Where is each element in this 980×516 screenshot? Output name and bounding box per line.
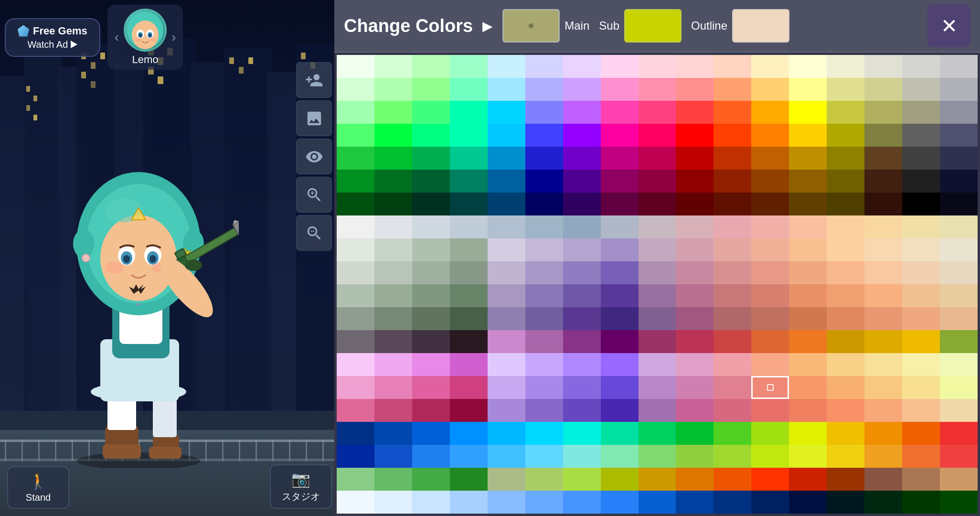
- color-cell[interactable]: [827, 284, 864, 307]
- color-cell[interactable]: [374, 491, 412, 514]
- color-cell[interactable]: [563, 78, 601, 101]
- color-cell[interactable]: [525, 170, 563, 193]
- color-cell[interactable]: [714, 284, 751, 307]
- color-cell[interactable]: [751, 170, 789, 193]
- color-cell[interactable]: [563, 238, 601, 261]
- color-cell[interactable]: [676, 261, 714, 284]
- color-cell[interactable]: [714, 78, 751, 101]
- color-cell[interactable]: [827, 147, 864, 170]
- color-cell[interactable]: [864, 353, 902, 376]
- color-cell[interactable]: [789, 238, 827, 261]
- color-cell[interactable]: [864, 170, 902, 193]
- color-cell[interactable]: [789, 55, 827, 78]
- color-cell[interactable]: [337, 238, 374, 261]
- color-cell[interactable]: [827, 491, 864, 514]
- color-cell[interactable]: [940, 238, 978, 261]
- color-cell[interactable]: [789, 193, 827, 215]
- color-cell[interactable]: [639, 422, 676, 445]
- color-cell[interactable]: [751, 124, 789, 147]
- color-cell[interactable]: [412, 124, 450, 147]
- color-cell[interactable]: [789, 261, 827, 284]
- color-cell[interactable]: [525, 330, 563, 353]
- color-cell[interactable]: [488, 101, 525, 124]
- color-cell[interactable]: [337, 55, 374, 78]
- color-cell[interactable]: [337, 78, 374, 101]
- color-cell[interactable]: [827, 238, 864, 261]
- color-cell[interactable]: [864, 261, 902, 284]
- close-button[interactable]: ✕: [927, 4, 970, 47]
- color-cell[interactable]: [563, 101, 601, 124]
- color-cell[interactable]: [374, 101, 412, 124]
- color-cell[interactable]: [864, 307, 902, 330]
- color-cell[interactable]: [639, 307, 676, 330]
- color-cell[interactable]: [789, 353, 827, 376]
- color-cell[interactable]: [488, 215, 525, 238]
- color-cell[interactable]: [714, 376, 751, 399]
- color-cell[interactable]: [488, 353, 525, 376]
- eye-button[interactable]: [296, 139, 332, 174]
- color-cell[interactable]: [864, 193, 902, 215]
- color-cell[interactable]: [751, 399, 789, 422]
- color-cell[interactable]: [374, 78, 412, 101]
- color-cell[interactable]: [525, 284, 563, 307]
- color-cell[interactable]: [902, 78, 940, 101]
- color-cell[interactable]: [450, 238, 488, 261]
- color-cell[interactable]: [601, 284, 639, 307]
- color-cell[interactable]: [412, 215, 450, 238]
- color-cell[interactable]: [337, 353, 374, 376]
- color-cell[interactable]: [827, 101, 864, 124]
- color-cell[interactable]: [374, 376, 412, 399]
- color-cell[interactable]: [864, 78, 902, 101]
- color-cell[interactable]: [902, 445, 940, 468]
- color-cell[interactable]: [525, 147, 563, 170]
- color-cell[interactable]: [488, 261, 525, 284]
- color-cell[interactable]: [676, 376, 714, 399]
- color-cell[interactable]: [525, 193, 563, 215]
- color-cell[interactable]: [714, 215, 751, 238]
- color-cell[interactable]: [751, 78, 789, 101]
- color-cell[interactable]: [563, 491, 601, 514]
- color-cell[interactable]: [412, 376, 450, 399]
- color-cell[interactable]: [864, 422, 902, 445]
- color-cell[interactable]: [488, 376, 525, 399]
- color-cell[interactable]: [789, 399, 827, 422]
- color-cell[interactable]: [450, 307, 488, 330]
- color-cell[interactable]: [940, 422, 978, 445]
- color-cell[interactable]: [412, 468, 450, 491]
- color-cell[interactable]: [940, 307, 978, 330]
- color-cell[interactable]: [676, 124, 714, 147]
- color-cell[interactable]: [864, 468, 902, 491]
- outline-color-swatch[interactable]: [732, 9, 789, 43]
- color-cell[interactable]: [751, 261, 789, 284]
- color-cell[interactable]: [639, 124, 676, 147]
- color-cell[interactable]: [337, 101, 374, 124]
- color-cell[interactable]: [337, 468, 374, 491]
- color-cell[interactable]: [714, 399, 751, 422]
- color-cell[interactable]: [488, 422, 525, 445]
- color-cell[interactable]: [751, 215, 789, 238]
- color-cell[interactable]: [940, 445, 978, 468]
- color-cell[interactable]: [714, 147, 751, 170]
- color-cell[interactable]: [374, 238, 412, 261]
- color-cell[interactable]: [902, 193, 940, 215]
- color-cell[interactable]: [864, 101, 902, 124]
- color-cell[interactable]: [789, 78, 827, 101]
- color-cell[interactable]: [563, 170, 601, 193]
- color-cell[interactable]: [827, 55, 864, 78]
- color-cell[interactable]: [525, 78, 563, 101]
- color-cell[interactable]: [639, 261, 676, 284]
- color-cell[interactable]: [450, 353, 488, 376]
- color-cell[interactable]: [412, 238, 450, 261]
- sub-color-swatch[interactable]: [624, 9, 682, 43]
- color-cell[interactable]: [789, 468, 827, 491]
- color-cell[interactable]: [676, 170, 714, 193]
- color-cell[interactable]: [639, 491, 676, 514]
- color-cell[interactable]: [563, 193, 601, 215]
- color-cell[interactable]: [563, 353, 601, 376]
- color-cell[interactable]: [827, 78, 864, 101]
- color-cell[interactable]: [450, 422, 488, 445]
- color-cell[interactable]: [789, 330, 827, 353]
- color-cell[interactable]: [827, 307, 864, 330]
- color-cell[interactable]: [601, 468, 639, 491]
- color-cell[interactable]: [525, 376, 563, 399]
